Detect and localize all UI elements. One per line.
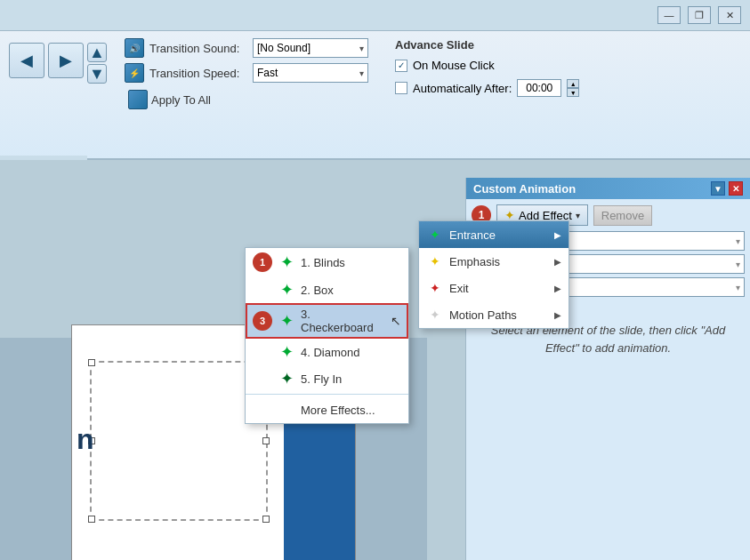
diamond-icon: ✦ (278, 343, 295, 361)
checkerboard-label: 3. Checkerboard (301, 308, 382, 334)
emphasis-submenu-arrow: ▶ (554, 257, 561, 267)
close-button[interactable]: ✕ (718, 6, 741, 24)
apply-to-all-button[interactable]: Apply To All (125, 88, 368, 111)
advance-slide-title: Advance Slide (395, 38, 579, 52)
transition-speed-arrow: ▾ (359, 68, 364, 78)
restore-button[interactable]: ❐ (688, 6, 711, 24)
remove-button[interactable]: Remove (593, 205, 652, 226)
diamond-label: 4. Diamond (301, 346, 359, 359)
slide-text: n (77, 423, 94, 456)
dropdown-item-entrance[interactable]: ✦ Entrance ▶ (419, 221, 569, 248)
apply-all-icon (128, 90, 148, 109)
motion-paths-icon: ✦ (426, 306, 444, 324)
auto-after-checkbox[interactable] (395, 82, 407, 94)
time-spin-down[interactable]: ▼ (567, 88, 579, 97)
entrance-label: Entrance (449, 228, 496, 242)
cursor-indicator: ↖ (391, 314, 401, 328)
entrance-icon: ✦ (426, 226, 444, 244)
submenu-item-blinds[interactable]: 1 ✦ 1. Blinds (246, 248, 408, 276)
submenu-divider (246, 394, 408, 395)
on-mouse-click-row: On Mouse Click (395, 59, 579, 72)
panel-pin-button[interactable]: ▼ (711, 181, 725, 196)
blinds-step: 1 (253, 252, 272, 272)
scroll-up-button[interactable]: ▲ (87, 43, 107, 62)
submenu-item-fly-in[interactable]: ✦ 5. Fly In (246, 365, 408, 392)
dropdown-item-emphasis[interactable]: ✦ Emphasis ▶ (419, 248, 569, 275)
slide-selected-box (90, 361, 268, 521)
panel-header-controls: ▼ ✕ (711, 181, 743, 196)
time-spin-up[interactable]: ▲ (567, 79, 579, 88)
transition-speed-row: ⚡ Transition Speed: Fast ▾ (125, 63, 368, 83)
start-select-arrow: ▾ (736, 236, 740, 246)
minimize-button[interactable]: — (657, 6, 681, 24)
submenu-item-more-effects[interactable]: More Effects... (246, 396, 408, 423)
checkerboard-step: 3 (253, 311, 272, 331)
exit-submenu-arrow: ▶ (554, 284, 561, 293)
transition-sound-arrow: ▾ (359, 44, 364, 53)
add-effect-dropdown-arrow: ▾ (576, 211, 580, 220)
transition-sound-icon: 🔊 (125, 38, 144, 58)
nav-arrows: ▲ ▼ (87, 43, 107, 84)
remove-label: Remove (601, 209, 644, 222)
transition-sound-row: 🔊 Transition Sound: [No Sound] ▾ (125, 38, 368, 58)
on-mouse-click-label: On Mouse Click (413, 59, 495, 72)
motion-paths-submenu-arrow: ▶ (554, 310, 561, 320)
transition-speed-icon: ⚡ (125, 63, 144, 83)
box-label: 2. Box (301, 284, 334, 297)
submenu-item-box[interactable]: ✦ 2. Box (246, 276, 408, 303)
transition-speed-value: Fast (257, 67, 278, 79)
handle-br[interactable] (262, 516, 270, 523)
exit-icon: ✦ (426, 279, 444, 297)
exit-label: Exit (449, 282, 469, 295)
entrance-submenu: 1 ✦ 1. Blinds ✦ 2. Box 3 ✦ 3. Checkerboa… (245, 247, 409, 424)
next-slide-button[interactable]: ▶ (48, 43, 84, 78)
emphasis-label: Emphasis (449, 255, 500, 268)
box-icon: ✦ (278, 281, 295, 299)
submenu-item-checkerboard[interactable]: 3 ✦ 3. Checkerboard ↖ (246, 303, 408, 339)
handle-mr[interactable] (262, 437, 270, 444)
submenu-item-diamond[interactable]: ✦ 4. Diamond (246, 339, 408, 365)
more-effects-label: More Effects... (301, 404, 375, 417)
dropdown-item-motion-paths[interactable]: ✦ Motion Paths ▶ (419, 301, 569, 328)
speed-select-arrow: ▾ (736, 283, 740, 292)
transition-sound-label: Transition Sound: (149, 42, 247, 55)
slide-nav: ◀ ▶ ▲ ▼ (9, 43, 107, 84)
more-effects-icon (278, 401, 295, 419)
add-effect-dropdown: ✦ Entrance ▶ ✦ Emphasis ▶ ✦ Exit ▶ ✦ Mot… (418, 220, 569, 329)
auto-after-row: Automatically After: 00:00 ▲ ▼ (395, 79, 579, 97)
dropdown-item-exit[interactable]: ✦ Exit ▶ (419, 275, 569, 301)
ribbon-controls: 🔊 Transition Sound: [No Sound] ▾ ⚡ Trans… (125, 38, 368, 111)
property-select-arrow: ▾ (736, 260, 740, 269)
transition-speed-label: Transition Speed: (149, 67, 247, 80)
entrance-submenu-arrow: ▶ (554, 230, 561, 240)
transition-sound-select[interactable]: [No Sound] ▾ (253, 38, 368, 58)
scroll-down-button[interactable]: ▼ (87, 64, 107, 84)
title-bar: — ❐ ✕ (0, 0, 750, 31)
checkerboard-icon: ✦ (278, 312, 295, 330)
transition-speed-select[interactable]: Fast ▾ (253, 63, 368, 83)
emphasis-icon: ✦ (426, 252, 444, 270)
auto-after-time-input[interactable]: 00:00 (517, 79, 561, 97)
advance-slide-section: Advance Slide On Mouse Click Automatical… (395, 38, 579, 97)
auto-after-label: Automatically After: (413, 82, 512, 95)
motion-paths-label: Motion Paths (449, 308, 517, 322)
on-mouse-click-checkbox[interactable] (395, 60, 407, 72)
handle-bl[interactable] (88, 516, 95, 523)
fly-in-icon: ✦ (278, 370, 295, 388)
panel-header: Custom Animation ▼ ✕ (466, 178, 750, 199)
panel-title: Custom Animation (473, 182, 576, 196)
prev-slide-button[interactable]: ◀ (9, 43, 44, 78)
fly-in-label: 5. Fly In (301, 372, 342, 386)
apply-to-all-label: Apply To All (151, 93, 211, 107)
ribbon: ◀ ▶ ▲ ▼ 🔊 Transition Sound: [No Sound] ▾… (0, 31, 750, 160)
blinds-icon: ✦ (278, 253, 295, 271)
transition-sound-value: [No Sound] (257, 42, 310, 54)
panel-close-button[interactable]: ✕ (729, 181, 743, 196)
handle-tl[interactable] (88, 359, 95, 366)
blinds-label: 1. Blinds (301, 256, 345, 269)
time-spin-buttons: ▲ ▼ (567, 79, 579, 97)
